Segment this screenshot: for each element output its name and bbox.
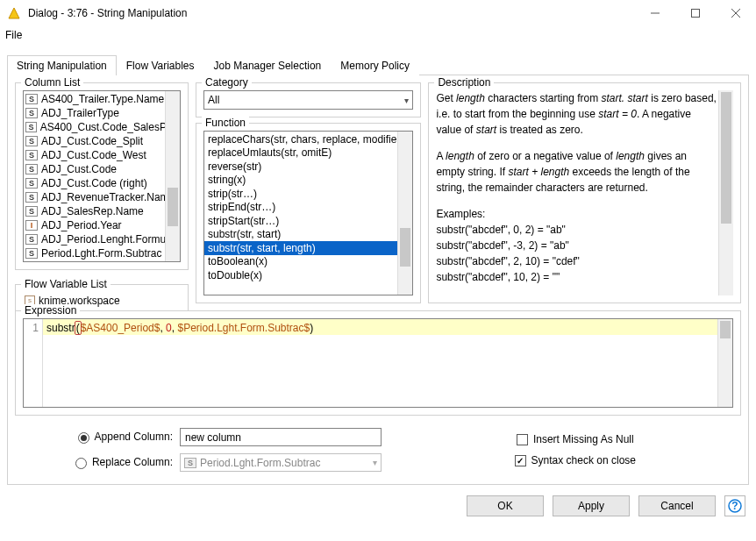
column-list-legend: Column List bbox=[21, 76, 83, 89]
description-text: Get length characters starting from star… bbox=[436, 90, 733, 295]
expression-editor[interactable]: 1 substr($AS400_Period$, 0, $Period.Lght… bbox=[23, 318, 733, 408]
column-list-item-label: ADJ_Cust.Code (right) bbox=[41, 177, 147, 189]
function-group: Function replaceChars(str, chars, replac… bbox=[196, 123, 421, 303]
expression-code[interactable]: substr($AS400_Period$, 0, $Period.Lght.F… bbox=[43, 319, 732, 335]
radio-unchecked-icon bbox=[75, 458, 87, 469]
string-type-icon: S bbox=[25, 94, 38, 104]
syntax-check-checkbox[interactable]: Syntax check on close bbox=[515, 454, 636, 466]
string-type-icon: S bbox=[25, 192, 38, 203]
tab-memory-policy[interactable]: Memory Policy bbox=[331, 55, 419, 75]
column-list-item[interactable]: SADJ_TrailerType bbox=[24, 106, 180, 120]
column-list-item-label: ADJ_Cust.Code_West bbox=[41, 149, 146, 161]
string-type-icon: S bbox=[184, 458, 196, 468]
app-icon bbox=[7, 6, 21, 20]
function-list-item[interactable]: stripEnd(str…) bbox=[204, 201, 412, 215]
column-list-item-label: ADJ_Period.Lenght.Formula bbox=[41, 233, 174, 246]
close-button[interactable] bbox=[716, 0, 756, 26]
description-legend: Description bbox=[434, 76, 494, 89]
function-list-item[interactable]: substr(str, start, length) bbox=[204, 241, 412, 255]
help-button[interactable]: ? bbox=[724, 495, 745, 516]
column-list-item[interactable]: SADJ_SalesRep.Name bbox=[24, 204, 180, 218]
svg-text:?: ? bbox=[731, 500, 738, 512]
replace-column-option[interactable]: Replace Column: bbox=[68, 456, 173, 468]
dialog-footer: OK Apply Cancel ? bbox=[0, 485, 756, 527]
window-title: Dialog - 3:76 - String Manipulation bbox=[28, 7, 187, 19]
tab-flow-variables[interactable]: Flow Variables bbox=[117, 55, 204, 75]
function-list[interactable]: replaceChars(str, chars, replace, modifi… bbox=[203, 131, 413, 295]
tab-panel: Column List SAS400_Trailer.Type.NameSADJ… bbox=[7, 75, 749, 485]
column-list-item[interactable]: SADJ_Cust.Code_Split bbox=[24, 134, 180, 148]
column-list-item[interactable]: SADJ_Period.Lenght.Formula bbox=[24, 232, 180, 246]
checkbox-unchecked-icon bbox=[517, 434, 528, 445]
function-list-item[interactable]: substr(str, start) bbox=[204, 228, 412, 242]
maximize-button[interactable] bbox=[675, 0, 716, 26]
chevron-down-icon: ▾ bbox=[373, 458, 377, 467]
column-list-item-label: ADJ_Cust.Code_Split bbox=[41, 135, 143, 147]
string-type-icon: S bbox=[25, 206, 38, 217]
svg-rect-2 bbox=[692, 10, 700, 18]
column-list-item-label: AS400_Trailer.Type.Name bbox=[41, 93, 164, 105]
svg-marker-0 bbox=[9, 8, 19, 18]
column-list-item[interactable]: SAS400_Cust.Code_SalesPerson bbox=[24, 120, 180, 134]
function-list-item[interactable]: string(x) bbox=[204, 174, 412, 188]
function-list-scrollbar[interactable] bbox=[397, 132, 412, 295]
function-list-item[interactable]: strip(str…) bbox=[204, 187, 412, 201]
function-list-item[interactable]: replaceChars(str, chars, replace, modifi… bbox=[204, 132, 412, 146]
function-list-item[interactable]: reverse(str) bbox=[204, 160, 412, 174]
column-list-group: Column List SAS400_Trailer.Type.NameSADJ… bbox=[15, 82, 189, 270]
menu-file[interactable]: File bbox=[5, 29, 22, 41]
column-list-item-label: AS400_Cust.Code_SalesPerson bbox=[40, 121, 178, 133]
column-list-item[interactable]: SPeriod.Lght.Form.Subtrac bbox=[24, 246, 180, 260]
string-type-icon: S bbox=[25, 108, 38, 118]
flow-variable-legend: Flow Variable List bbox=[21, 278, 111, 290]
options-row: Append Column: Replace Column: S Period.… bbox=[15, 423, 741, 477]
category-combo[interactable]: All ▾ bbox=[203, 90, 413, 110]
column-list-item[interactable]: SADJ_Cust.Code (right) bbox=[24, 176, 180, 190]
column-list-item[interactable]: SADJ_RevenueTracker.Name bbox=[24, 190, 180, 204]
column-list-item-label: ADJ_Cust.Code bbox=[41, 163, 117, 175]
column-list-item-label: Period.Lght.Form.Subtrac bbox=[41, 247, 161, 260]
string-type-icon: S bbox=[25, 122, 37, 132]
editor-gutter: 1 bbox=[24, 319, 43, 407]
checkbox-checked-icon bbox=[515, 455, 526, 466]
function-list-item[interactable]: toDouble(x) bbox=[204, 268, 412, 282]
description-group: Description Get length characters starti… bbox=[428, 82, 741, 303]
column-list-scrollbar[interactable] bbox=[165, 91, 180, 261]
titlebar: Dialog - 3:76 - String Manipulation bbox=[0, 0, 756, 26]
append-column-option[interactable]: Append Column: bbox=[68, 431, 173, 443]
category-value: All bbox=[208, 94, 219, 106]
tab-string-manipulation[interactable]: String Manipulation bbox=[7, 55, 117, 75]
string-type-icon: S bbox=[25, 234, 38, 245]
insert-missing-checkbox[interactable]: Insert Missing As Null bbox=[517, 433, 634, 445]
description-scrollbar[interactable] bbox=[718, 90, 733, 295]
string-type-icon: S bbox=[25, 248, 38, 259]
tab-row: String Manipulation Flow Variables Job M… bbox=[7, 54, 749, 75]
function-list-item[interactable]: replaceUmlauts(str, omitE) bbox=[204, 146, 412, 160]
column-list-item[interactable]: SADJ_Cust.Code bbox=[24, 162, 180, 176]
function-list-item[interactable]: toBoolean(x) bbox=[204, 255, 412, 269]
tab-job-manager[interactable]: Job Manager Selection bbox=[204, 55, 332, 75]
column-list-item-label: ADJ_TrailerType bbox=[41, 107, 119, 119]
column-list-item-label: ADJ_SalesRep.Name bbox=[41, 205, 144, 217]
column-list-item[interactable]: IADJ_Period.Year bbox=[24, 218, 180, 232]
column-list[interactable]: SAS400_Trailer.Type.NameSADJ_TrailerType… bbox=[23, 90, 181, 262]
expression-legend: Expression bbox=[21, 304, 80, 317]
column-list-item[interactable]: SAS400_Trailer.Type.Name bbox=[24, 92, 180, 106]
function-list-item[interactable]: stripStart(str…) bbox=[204, 214, 412, 228]
integer-type-icon: I bbox=[25, 220, 38, 231]
column-list-item[interactable]: SADJ_Cust.Code_West bbox=[24, 148, 180, 162]
category-group: Category All ▾ bbox=[196, 82, 421, 117]
menubar: File bbox=[0, 26, 756, 44]
string-type-icon: S bbox=[25, 164, 38, 174]
append-column-input[interactable] bbox=[180, 428, 382, 446]
radio-checked-icon bbox=[78, 432, 89, 444]
expression-scrollbar[interactable] bbox=[717, 319, 732, 407]
column-list-item-label: ADJ_Period.Year bbox=[41, 219, 122, 231]
chevron-down-icon: ▾ bbox=[404, 96, 409, 105]
cancel-button[interactable]: Cancel bbox=[638, 495, 716, 516]
apply-button[interactable]: Apply bbox=[553, 495, 630, 516]
category-legend: Category bbox=[202, 76, 252, 89]
string-type-icon: S bbox=[25, 178, 38, 189]
ok-button[interactable]: OK bbox=[467, 495, 544, 516]
minimize-button[interactable] bbox=[635, 0, 675, 26]
